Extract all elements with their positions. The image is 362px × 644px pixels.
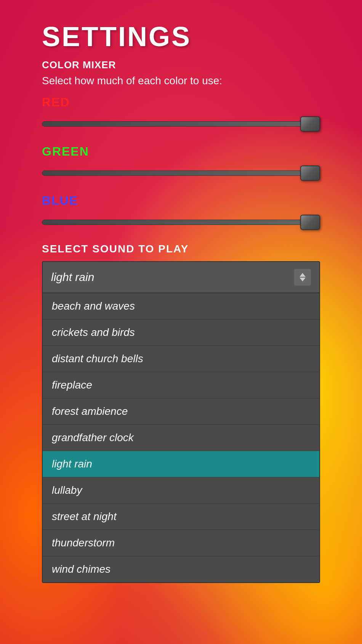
- list-item[interactable]: lullaby: [43, 477, 319, 504]
- arrow-down-icon: [300, 278, 306, 281]
- red-slider-container: [42, 114, 320, 134]
- arrow-up-icon: [300, 273, 306, 277]
- sound-section-label: SELECT SOUND TO PLAY: [42, 243, 320, 255]
- dropdown-header[interactable]: light rain: [43, 262, 319, 293]
- list-item[interactable]: distant church bells: [43, 346, 319, 372]
- green-slider-thumb[interactable]: [300, 165, 320, 181]
- red-label: RED: [42, 95, 320, 109]
- main-content: SETTINGS COLOR MIXER Select how much of …: [0, 0, 362, 598]
- green-slider-track: [42, 170, 320, 176]
- list-item[interactable]: thunderstorm: [43, 530, 319, 556]
- sound-dropdown[interactable]: light rain beach and wavescrickets and b…: [42, 261, 320, 583]
- color-mixer-description: Select how much of each color to use:: [42, 75, 320, 87]
- blue-slider-thumb[interactable]: [300, 215, 320, 230]
- list-item[interactable]: grandfather clock: [43, 425, 319, 451]
- red-slider-thumb[interactable]: [300, 116, 320, 132]
- color-mixer-label: COLOR MIXER: [42, 59, 320, 71]
- list-item[interactable]: street at night: [43, 504, 319, 530]
- list-item[interactable]: wind chimes: [43, 556, 319, 582]
- green-slider-container: [42, 163, 320, 183]
- list-item[interactable]: beach and waves: [43, 293, 319, 320]
- dropdown-arrows-icon[interactable]: [294, 269, 311, 286]
- list-item[interactable]: light rain: [43, 451, 319, 477]
- dropdown-list: beach and wavescrickets and birdsdistant…: [43, 293, 319, 582]
- page-title: SETTINGS: [42, 21, 320, 52]
- list-item[interactable]: crickets and birds: [43, 320, 319, 346]
- blue-label: BLUE: [42, 194, 320, 208]
- blue-slider-track: [42, 220, 320, 225]
- dropdown-selected-value: light rain: [51, 271, 94, 284]
- list-item[interactable]: fireplace: [43, 372, 319, 398]
- green-label: GREEN: [42, 145, 320, 159]
- red-slider-track: [42, 121, 320, 127]
- blue-slider-container: [42, 212, 320, 232]
- list-item[interactable]: forest ambience: [43, 398, 319, 425]
